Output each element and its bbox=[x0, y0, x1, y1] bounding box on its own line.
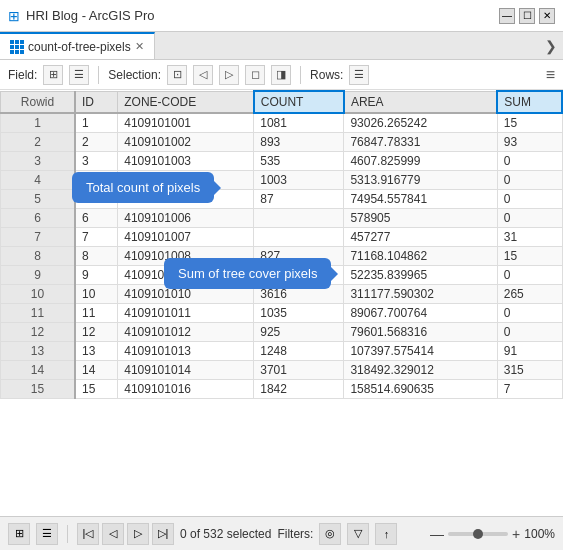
zoom-plus-icon[interactable]: + bbox=[512, 526, 520, 542]
table-cell: 4109101011 bbox=[118, 304, 254, 323]
table-row[interactable]: 11114109101011103589067.7007640 bbox=[1, 304, 563, 323]
sel-btn2[interactable]: ◁ bbox=[193, 65, 213, 85]
table-row[interactable]: 5541091010058774954.5578410 bbox=[1, 190, 563, 209]
table-cell: 3701 bbox=[254, 361, 344, 380]
table-cell: 12 bbox=[1, 323, 76, 342]
tab-chevron-icon[interactable]: ❯ bbox=[539, 32, 563, 59]
table-cell: 2 bbox=[1, 133, 76, 152]
table-cell: 10 bbox=[1, 285, 76, 304]
table-cell: 4109101007 bbox=[118, 228, 254, 247]
table-row[interactable]: 114109101001108193026.26524215 bbox=[1, 113, 563, 133]
tab-close-icon[interactable]: ✕ bbox=[135, 40, 144, 53]
toolbar: Field: ⊞ ☰ Selection: ⊡ ◁ ▷ ◻ ◨ Rows: ☰ … bbox=[0, 60, 563, 90]
table-row[interactable]: 6641091010065789050 bbox=[1, 209, 563, 228]
sel-btn1[interactable]: ⊡ bbox=[167, 65, 187, 85]
table-cell: 0 bbox=[497, 190, 562, 209]
nav-controls: |◁ ◁ ▷ ▷| bbox=[77, 523, 174, 545]
nav-first-btn[interactable]: |◁ bbox=[77, 523, 99, 545]
table-cell: 31 bbox=[497, 228, 562, 247]
table-row[interactable]: 99410910100960752235.8399650 bbox=[1, 266, 563, 285]
field-btn1[interactable]: ⊞ bbox=[43, 65, 63, 85]
table-cell: 4109101013 bbox=[118, 342, 254, 361]
field-btn2[interactable]: ☰ bbox=[69, 65, 89, 85]
close-button[interactable]: ✕ bbox=[539, 8, 555, 24]
table-cell: 893 bbox=[254, 133, 344, 152]
table-cell: 0 bbox=[497, 152, 562, 171]
table-cell: 315 bbox=[497, 361, 562, 380]
status-grid-btn[interactable]: ⊞ bbox=[8, 523, 30, 545]
table-cell: 15 bbox=[75, 380, 118, 399]
filter-icon3[interactable]: ↑ bbox=[375, 523, 397, 545]
nav-next-btn[interactable]: ▷| bbox=[152, 523, 174, 545]
table-cell: 74954.557841 bbox=[344, 190, 497, 209]
table-row[interactable]: 151541091010161842158514.6906357 bbox=[1, 380, 563, 399]
table-cell: 7 bbox=[75, 228, 118, 247]
table-row[interactable]: 141441091010143701318492.329012315 bbox=[1, 361, 563, 380]
table-cell: 8 bbox=[1, 247, 76, 266]
table-cell: 0 bbox=[497, 171, 562, 190]
zoom-thumb[interactable] bbox=[473, 529, 483, 539]
table-cell: 76847.78331 bbox=[344, 133, 497, 152]
tab-count-of-tree-pixels[interactable]: count-of-tree-pixels ✕ bbox=[0, 32, 155, 59]
window-title: HRI Blog - ArcGIS Pro bbox=[26, 8, 155, 23]
table-cell: 5 bbox=[75, 190, 118, 209]
table-row[interactable]: 44410910100410035313.9167790 bbox=[1, 171, 563, 190]
sel-btn4[interactable]: ◻ bbox=[245, 65, 265, 85]
table-cell: 12 bbox=[75, 323, 118, 342]
table-cell: 7 bbox=[1, 228, 76, 247]
table-cell: 15 bbox=[497, 113, 562, 133]
table-cell: 10 bbox=[75, 285, 118, 304]
table-cell: 15 bbox=[497, 247, 562, 266]
table-row[interactable]: 22410910100289376847.7833193 bbox=[1, 133, 563, 152]
table-cell: 0 bbox=[497, 209, 562, 228]
table-cell: 4109101005 bbox=[118, 190, 254, 209]
nav-prev-btn[interactable]: ◁ bbox=[102, 523, 124, 545]
table-cell: 578905 bbox=[344, 209, 497, 228]
zoom-slider[interactable] bbox=[448, 532, 508, 536]
table-cell: 1 bbox=[1, 113, 76, 133]
table-row[interactable]: 1212410910101292579601.5683160 bbox=[1, 323, 563, 342]
app-icon: ⊞ bbox=[8, 8, 20, 24]
nav-play-btn[interactable]: ▷ bbox=[127, 523, 149, 545]
col-header-id: ID bbox=[75, 91, 118, 113]
table-row[interactable]: 88410910100882771168.10486215 bbox=[1, 247, 563, 266]
table-row[interactable]: 77410910100745727731 bbox=[1, 228, 563, 247]
rows-btn[interactable]: ☰ bbox=[349, 65, 369, 85]
table-cell: 925 bbox=[254, 323, 344, 342]
table-cell: 827 bbox=[254, 247, 344, 266]
status-list-btn[interactable]: ☰ bbox=[36, 523, 58, 545]
table-cell: 1081 bbox=[254, 113, 344, 133]
table-cell: 87 bbox=[254, 190, 344, 209]
minimize-button[interactable]: — bbox=[499, 8, 515, 24]
table-cell: 265 bbox=[497, 285, 562, 304]
filter-icon1[interactable]: ◎ bbox=[319, 523, 341, 545]
table-cell: 11 bbox=[75, 304, 118, 323]
table-row[interactable]: 101041091010103616311177.590302265 bbox=[1, 285, 563, 304]
selection-count: 0 of 532 selected bbox=[180, 527, 271, 541]
zoom-minus-icon[interactable]: — bbox=[430, 526, 444, 542]
col-header-sum: SUM bbox=[497, 91, 562, 113]
table-cell: 91 bbox=[497, 342, 562, 361]
table-row[interactable]: 3341091010035354607.8259990 bbox=[1, 152, 563, 171]
filters-label: Filters: bbox=[277, 527, 313, 541]
sel-btn3[interactable]: ▷ bbox=[219, 65, 239, 85]
table-cell: 11 bbox=[1, 304, 76, 323]
table-cell bbox=[254, 209, 344, 228]
table-cell: 93026.265242 bbox=[344, 113, 497, 133]
table-cell: 4607.825999 bbox=[344, 152, 497, 171]
table-cell bbox=[254, 228, 344, 247]
sel-btn5[interactable]: ◨ bbox=[271, 65, 291, 85]
filter-icon2[interactable]: ▽ bbox=[347, 523, 369, 545]
selection-label: Selection: bbox=[108, 68, 161, 82]
table-row[interactable]: 131341091010131248107397.57541491 bbox=[1, 342, 563, 361]
table-cell: 1248 bbox=[254, 342, 344, 361]
table-cell: 535 bbox=[254, 152, 344, 171]
maximize-button[interactable]: ☐ bbox=[519, 8, 535, 24]
table-cell: 607 bbox=[254, 266, 344, 285]
hamburger-menu-icon[interactable]: ≡ bbox=[546, 66, 555, 84]
table-cell: 3 bbox=[1, 152, 76, 171]
table-cell: 4109101006 bbox=[118, 209, 254, 228]
table-cell: 89067.700764 bbox=[344, 304, 497, 323]
status-sep1 bbox=[67, 525, 68, 543]
table-cell: 4109101008 bbox=[118, 247, 254, 266]
